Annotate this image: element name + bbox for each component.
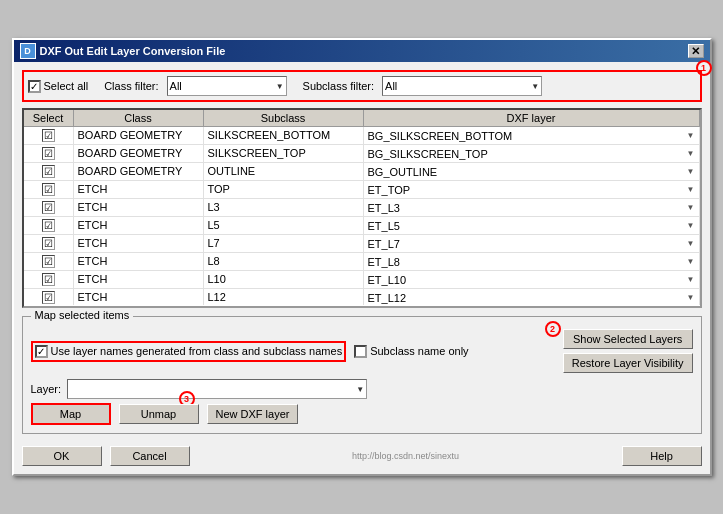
row-class-cell: ETCH: [74, 289, 204, 305]
class-filter-dropdown[interactable]: All ▼: [167, 76, 287, 96]
row-dropdown-arrow-icon[interactable]: ▼: [687, 221, 695, 230]
ok-button[interactable]: OK: [22, 446, 102, 466]
subclass-filter-arrow-icon: ▼: [531, 82, 539, 91]
window-icon: D: [20, 43, 36, 59]
row-dxf-layer-cell: BG_OUTLINE ▼: [364, 163, 700, 180]
col-select: Select: [24, 110, 74, 126]
table-rows: ☑ BOARD GEOMETRY SILKSCREEN_BOTTOM BG_SI…: [24, 127, 700, 305]
row-subclass-cell: L10: [204, 271, 364, 288]
subclass-only-check-box[interactable]: [354, 345, 367, 358]
row-checkbox[interactable]: ☑: [42, 201, 55, 214]
row-dxf-layer-cell: ET_TOP ▼: [364, 181, 700, 198]
row-checkbox[interactable]: ☑: [42, 291, 55, 304]
row-dxf-layer-cell: ET_L7 ▼: [364, 235, 700, 252]
help-button[interactable]: Help: [622, 446, 702, 466]
row-class-cell: ETCH: [74, 235, 204, 252]
title-bar-left: D DXF Out Edit Layer Conversion File: [20, 43, 226, 59]
watermark-text: http://blog.csdn.net/sinextu: [352, 451, 459, 461]
row-checkbox[interactable]: ☑: [42, 255, 55, 268]
row-select-cell[interactable]: ☑: [24, 145, 74, 162]
row-checkbox[interactable]: ☑: [42, 237, 55, 250]
row-dxf-layer-cell: ET_L3 ▼: [364, 199, 700, 216]
table-row[interactable]: ☑ ETCH L3 ET_L3 ▼: [24, 199, 700, 217]
use-layer-names-check-box[interactable]: ✓: [35, 345, 48, 358]
table-row[interactable]: ☑ BOARD GEOMETRY SILKSCREEN_BOTTOM BG_SI…: [24, 127, 700, 145]
main-window: D DXF Out Edit Layer Conversion File ✕ 1…: [12, 38, 712, 476]
row-select-cell[interactable]: ☑: [24, 217, 74, 234]
window-title: DXF Out Edit Layer Conversion File: [40, 45, 226, 57]
row-dropdown-arrow-icon[interactable]: ▼: [687, 131, 695, 140]
table-row[interactable]: ☑ ETCH TOP ET_TOP ▼: [24, 181, 700, 199]
row-dropdown-arrow-icon[interactable]: ▼: [687, 185, 695, 194]
row-dxf-layer-cell: ET_L12 ▼: [364, 289, 700, 305]
layer-dropdown[interactable]: ▼: [67, 379, 367, 399]
unmap-button[interactable]: Unmap: [119, 404, 199, 424]
row-dropdown-arrow-icon[interactable]: ▼: [687, 239, 695, 248]
layer-dropdown-arrow-icon: ▼: [356, 385, 364, 394]
annotation-badge-1: 1: [696, 60, 712, 76]
row-dropdown-arrow-icon[interactable]: ▼: [687, 203, 695, 212]
select-all-checkbox[interactable]: ✓ Select all: [28, 80, 89, 93]
show-selected-layers-button[interactable]: Show Selected Layers: [563, 329, 693, 349]
row-subclass-cell: L3: [204, 199, 364, 216]
row-class-cell: ETCH: [74, 253, 204, 270]
row-dropdown-arrow-icon[interactable]: ▼: [687, 149, 695, 158]
layer-table: Select Class Subclass DXF layer ☑ BOARD …: [22, 108, 702, 308]
row-checkbox[interactable]: ☑: [42, 219, 55, 232]
row-dropdown-arrow-icon[interactable]: ▼: [687, 275, 695, 284]
row-subclass-cell: SILKSCREEN_TOP: [204, 145, 364, 162]
select-all-check-box[interactable]: ✓: [28, 80, 41, 93]
row-select-cell[interactable]: ☑: [24, 127, 74, 144]
annotation-badge-2: 2: [545, 321, 561, 337]
row-dxf-layer-cell: BG_SILKSCREEN_BOTTOM ▼: [364, 127, 700, 144]
subclass-only-checkbox[interactable]: Subclass name only: [354, 345, 468, 358]
row-subclass-cell: TOP: [204, 181, 364, 198]
table-row[interactable]: ☑ ETCH L5 ET_L5 ▼: [24, 217, 700, 235]
restore-layer-visibility-button[interactable]: Restore Layer Visibility: [563, 353, 693, 373]
row-checkbox[interactable]: ☑: [42, 147, 55, 160]
subclass-only-label: Subclass name only: [370, 345, 468, 357]
table-row[interactable]: ☑ ETCH L12 ET_L12 ▼: [24, 289, 700, 305]
row-dropdown-arrow-icon[interactable]: ▼: [687, 167, 695, 176]
row-select-cell[interactable]: ☑: [24, 181, 74, 198]
row-select-cell[interactable]: ☑: [24, 271, 74, 288]
filter-row: 1 ✓ Select all Class filter: All ▼ Subcl…: [22, 70, 702, 102]
row-checkbox[interactable]: ☑: [42, 129, 55, 142]
row-select-cell[interactable]: ☑: [24, 163, 74, 180]
side-buttons: Show Selected Layers Restore Layer Visib…: [563, 329, 693, 373]
layer-label: Layer:: [31, 383, 62, 395]
map-group: Map selected items 2 ✓ Use layer names g…: [22, 316, 702, 434]
subclass-filter-label: Subclass filter:: [303, 80, 375, 92]
row-class-cell: BOARD GEOMETRY: [74, 163, 204, 180]
row-select-cell[interactable]: ☑: [24, 235, 74, 252]
row-class-cell: ETCH: [74, 181, 204, 198]
row-checkbox[interactable]: ☑: [42, 273, 55, 286]
table-row[interactable]: ☑ ETCH L10 ET_L10 ▼: [24, 271, 700, 289]
row-select-cell[interactable]: ☑: [24, 253, 74, 270]
row-checkbox[interactable]: ☑: [42, 165, 55, 178]
row-subclass-cell: L8: [204, 253, 364, 270]
row-dropdown-arrow-icon[interactable]: ▼: [687, 293, 695, 302]
row-dropdown-arrow-icon[interactable]: ▼: [687, 257, 695, 266]
close-button[interactable]: ✕: [688, 44, 704, 58]
use-layer-names-group: ✓ Use layer names generated from class a…: [31, 341, 347, 362]
row-select-cell[interactable]: ☑: [24, 199, 74, 216]
use-layer-names-checkbox[interactable]: ✓ Use layer names generated from class a…: [35, 345, 343, 358]
class-filter-label: Class filter:: [104, 80, 158, 92]
map-button[interactable]: Map: [31, 403, 111, 425]
row-dxf-layer-cell: ET_L10 ▼: [364, 271, 700, 288]
row-select-cell[interactable]: ☑: [24, 289, 74, 305]
map-group-title: Map selected items: [31, 309, 134, 321]
new-dxf-layer-button[interactable]: New DXF layer: [207, 404, 299, 424]
table-row[interactable]: ☑ ETCH L8 ET_L8 ▼: [24, 253, 700, 271]
table-row[interactable]: ☑ BOARD GEOMETRY OUTLINE BG_OUTLINE ▼: [24, 163, 700, 181]
row-subclass-cell: OUTLINE: [204, 163, 364, 180]
table-row[interactable]: ☑ ETCH L7 ET_L7 ▼: [24, 235, 700, 253]
table-row[interactable]: ☑ BOARD GEOMETRY SILKSCREEN_TOP BG_SILKS…: [24, 145, 700, 163]
class-filter-value: All: [170, 80, 276, 92]
row-checkbox[interactable]: ☑: [42, 183, 55, 196]
subclass-filter-value: All: [385, 80, 531, 92]
subclass-filter-dropdown[interactable]: All ▼: [382, 76, 542, 96]
cancel-button[interactable]: Cancel: [110, 446, 190, 466]
title-bar: D DXF Out Edit Layer Conversion File ✕: [14, 40, 710, 62]
